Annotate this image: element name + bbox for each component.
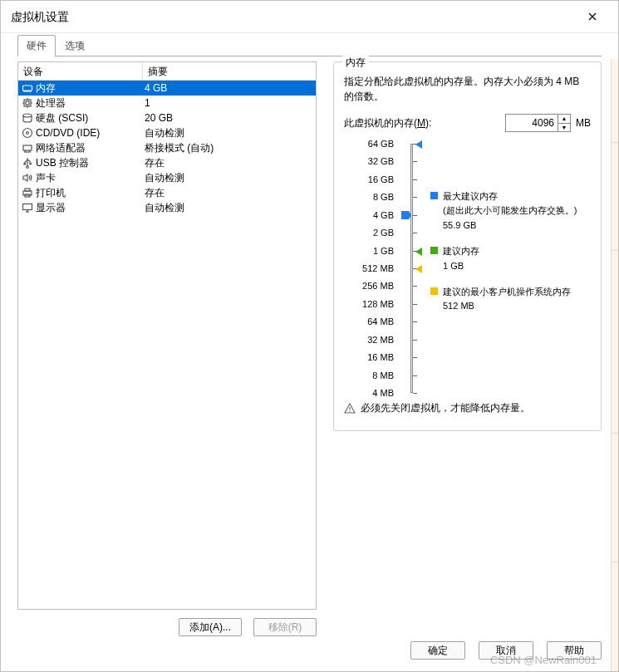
panel-desc: 指定分配给此虚拟机的内存量。内存大小必须为 4 MB 的倍数。 [344,74,591,104]
svg-rect-15 [23,145,32,150]
legend-max: 最大建议内存 (超出此大小可能发生内存交换。) 55.9 GB [430,190,591,232]
spinner-up[interactable]: ▲ [558,115,570,124]
hw-device-summary: 桥接模式 (自动) [143,141,316,155]
scale-label: 8 GB [373,192,394,202]
window-title: 虚拟机设置 [11,1,577,32]
ok-button[interactable]: 确定 [410,641,465,660]
svg-point-21 [29,163,31,164]
cancel-button[interactable]: 取消 [479,641,533,660]
memory-spinner[interactable]: ▲▼ [505,114,571,132]
add-button[interactable]: 添加(A)... [179,618,242,636]
hw-device-name: USB 控制器 [36,156,89,170]
scale-label: 4 MB [372,388,394,398]
tab-bar: 硬件 选项 [1,33,618,56]
hw-device-summary: 存在 [143,156,316,170]
hw-device-summary: 1 [143,97,316,109]
usb-icon [21,157,33,169]
hw-device-summary: 自动检测 [143,126,316,140]
svg-rect-6 [24,100,31,106]
close-button[interactable] [577,1,608,32]
scale-label: 16 GB [368,174,394,184]
hw-row-memory[interactable]: 内存4 GB [18,81,316,96]
scale-label: 512 MB [362,263,394,273]
titlebar: 虚拟机设置 [1,1,618,33]
hw-row-disk[interactable]: 硬盘 (SCSI)20 GB [18,110,316,125]
warning-icon [344,403,356,414]
scale-label: 128 MB [362,299,394,309]
hw-device-name: 硬盘 (SCSI) [36,111,88,125]
svg-rect-7 [26,101,29,105]
svg-point-29 [349,410,350,411]
slider-marker [415,247,424,255]
hw-row-usb[interactable]: USB 控制器存在 [18,155,316,170]
scale-label: 256 MB [362,281,394,291]
col-device[interactable]: 设备 [18,62,143,81]
hw-device-summary: 20 GB [143,112,316,124]
hw-row-cpu[interactable]: 处理器1 [18,96,316,110]
hardware-table: 设备 摘要 内存4 GB处理器1硬盘 (SCSI)20 GBCD/DVD (ID… [17,61,317,610]
warning-note: 必须先关闭虚拟机，才能降低内存量。 [344,401,591,415]
cpu-icon [21,97,33,110]
net-icon [21,142,33,155]
hw-row-printer[interactable]: 打印机存在 [18,185,316,200]
col-summary[interactable]: 摘要 [143,62,316,81]
sound-icon [21,172,33,184]
printer-icon [21,187,33,199]
remove-button: 移除(R) [253,618,317,636]
hw-row-display[interactable]: 显示器自动检测 [18,200,316,215]
svg-rect-23 [25,189,30,191]
hw-device-summary: 自动检测 [143,171,316,185]
hw-device-name: 内存 [36,81,56,96]
slider-marker [415,264,424,272]
slider-thumb[interactable] [400,209,412,221]
disk-icon [21,112,33,125]
scale-label: 2 GB [373,228,394,238]
svg-point-13 [22,129,32,138]
scale-label: 64 MB [367,316,394,326]
legend-min: 建议的最小客户机操作系统内存 512 MB [430,286,591,313]
legend-rec: 建议内存 1 GB [430,245,591,272]
memory-input[interactable] [506,115,558,131]
memory-icon [21,82,33,95]
hw-device-summary: 存在 [143,186,316,200]
hw-row-net[interactable]: 网络适配器桥接模式 (自动) [18,140,316,155]
svg-rect-20 [24,164,26,165]
dialog-window: 虚拟机设置 硬件 选项 设备 摘要 内存4 GB处理器1硬盘 (SCSI)20 … [0,0,619,672]
tab-hardware[interactable]: 硬件 [17,35,56,56]
memory-slider[interactable] [402,144,422,393]
cd-icon [21,127,33,140]
hw-row-cd[interactable]: CD/DVD (IDE)自动检测 [18,125,316,140]
hw-device-name: CD/DVD (IDE) [36,127,100,139]
panel-legend: 内存 [342,56,369,70]
scale-label: 32 GB [368,156,394,166]
scale-label: 64 GB [368,139,394,149]
hw-row-sound[interactable]: 声卡自动检测 [18,170,316,185]
svg-point-14 [26,132,28,135]
hw-device-name: 网络适配器 [36,141,86,155]
scale-label: 8 MB [372,370,394,380]
scale-label: 4 GB [373,210,394,220]
svg-rect-25 [22,204,32,210]
help-button[interactable]: 帮助 [547,641,602,660]
svg-rect-0 [22,86,32,91]
hw-device-name: 打印机 [36,186,66,200]
hw-device-name: 声卡 [36,171,56,185]
memory-panel: 内存 指定分配给此虚拟机的内存量。内存大小必须为 4 MB 的倍数。 此虚拟机的… [333,61,602,431]
slider-marker [415,140,424,148]
scale-label: 32 MB [367,335,394,345]
hw-device-summary: 自动检测 [143,201,316,215]
svg-point-12 [23,114,32,117]
memory-label: 此虚拟机的内存(M): [344,116,431,130]
hw-device-name: 处理器 [36,96,66,110]
memory-unit: MB [576,117,591,129]
display-icon [21,202,33,214]
scale-label: 16 MB [367,352,394,362]
tab-options[interactable]: 选项 [56,35,94,56]
hw-device-name: 显示器 [36,201,66,215]
spinner-down[interactable]: ▼ [558,124,570,132]
hw-device-summary: 4 GB [143,82,316,94]
svg-point-19 [26,166,28,169]
scale-label: 1 GB [373,246,394,256]
